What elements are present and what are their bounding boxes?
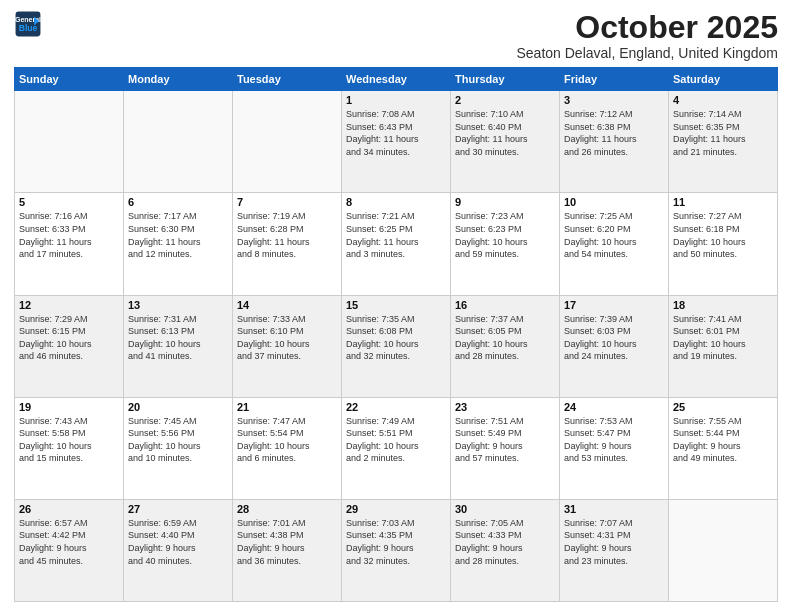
table-row: 9Sunrise: 7:23 AM Sunset: 6:23 PM Daylig… bbox=[451, 193, 560, 295]
day-number: 16 bbox=[455, 299, 555, 311]
day-number: 4 bbox=[673, 94, 773, 106]
day-info: Sunrise: 7:27 AM Sunset: 6:18 PM Dayligh… bbox=[673, 210, 773, 260]
day-info: Sunrise: 7:53 AM Sunset: 5:47 PM Dayligh… bbox=[564, 415, 664, 465]
day-number: 17 bbox=[564, 299, 664, 311]
day-info: Sunrise: 7:23 AM Sunset: 6:23 PM Dayligh… bbox=[455, 210, 555, 260]
day-number: 25 bbox=[673, 401, 773, 413]
day-info: Sunrise: 7:35 AM Sunset: 6:08 PM Dayligh… bbox=[346, 313, 446, 363]
table-row: 10Sunrise: 7:25 AM Sunset: 6:20 PM Dayli… bbox=[560, 193, 669, 295]
logo-icon: General Blue bbox=[14, 10, 42, 38]
day-number: 20 bbox=[128, 401, 228, 413]
calendar-week-row: 5Sunrise: 7:16 AM Sunset: 6:33 PM Daylig… bbox=[15, 193, 778, 295]
day-number: 13 bbox=[128, 299, 228, 311]
day-number: 2 bbox=[455, 94, 555, 106]
table-row: 23Sunrise: 7:51 AM Sunset: 5:49 PM Dayli… bbox=[451, 397, 560, 499]
calendar-week-row: 1Sunrise: 7:08 AM Sunset: 6:43 PM Daylig… bbox=[15, 91, 778, 193]
location: Seaton Delaval, England, United Kingdom bbox=[516, 45, 778, 61]
table-row: 3Sunrise: 7:12 AM Sunset: 6:38 PM Daylig… bbox=[560, 91, 669, 193]
day-number: 3 bbox=[564, 94, 664, 106]
header-sunday: Sunday bbox=[15, 68, 124, 91]
table-row: 12Sunrise: 7:29 AM Sunset: 6:15 PM Dayli… bbox=[15, 295, 124, 397]
day-number: 29 bbox=[346, 503, 446, 515]
weekday-header-row: Sunday Monday Tuesday Wednesday Thursday… bbox=[15, 68, 778, 91]
day-number: 28 bbox=[237, 503, 337, 515]
table-row: 24Sunrise: 7:53 AM Sunset: 5:47 PM Dayli… bbox=[560, 397, 669, 499]
day-info: Sunrise: 7:25 AM Sunset: 6:20 PM Dayligh… bbox=[564, 210, 664, 260]
day-number: 31 bbox=[564, 503, 664, 515]
table-row: 7Sunrise: 7:19 AM Sunset: 6:28 PM Daylig… bbox=[233, 193, 342, 295]
calendar-week-row: 19Sunrise: 7:43 AM Sunset: 5:58 PM Dayli… bbox=[15, 397, 778, 499]
table-row: 4Sunrise: 7:14 AM Sunset: 6:35 PM Daylig… bbox=[669, 91, 778, 193]
header-thursday: Thursday bbox=[451, 68, 560, 91]
month-title: October 2025 bbox=[516, 10, 778, 45]
calendar-table: Sunday Monday Tuesday Wednesday Thursday… bbox=[14, 67, 778, 602]
day-info: Sunrise: 7:10 AM Sunset: 6:40 PM Dayligh… bbox=[455, 108, 555, 158]
day-number: 7 bbox=[237, 196, 337, 208]
day-number: 15 bbox=[346, 299, 446, 311]
day-number: 1 bbox=[346, 94, 446, 106]
table-row: 18Sunrise: 7:41 AM Sunset: 6:01 PM Dayli… bbox=[669, 295, 778, 397]
title-block: October 2025 Seaton Delaval, England, Un… bbox=[516, 10, 778, 61]
table-row: 19Sunrise: 7:43 AM Sunset: 5:58 PM Dayli… bbox=[15, 397, 124, 499]
table-row: 16Sunrise: 7:37 AM Sunset: 6:05 PM Dayli… bbox=[451, 295, 560, 397]
day-info: Sunrise: 7:49 AM Sunset: 5:51 PM Dayligh… bbox=[346, 415, 446, 465]
day-info: Sunrise: 7:31 AM Sunset: 6:13 PM Dayligh… bbox=[128, 313, 228, 363]
table-row bbox=[669, 499, 778, 601]
table-row: 28Sunrise: 7:01 AM Sunset: 4:38 PM Dayli… bbox=[233, 499, 342, 601]
day-info: Sunrise: 7:16 AM Sunset: 6:33 PM Dayligh… bbox=[19, 210, 119, 260]
day-number: 24 bbox=[564, 401, 664, 413]
table-row: 29Sunrise: 7:03 AM Sunset: 4:35 PM Dayli… bbox=[342, 499, 451, 601]
day-number: 10 bbox=[564, 196, 664, 208]
day-number: 9 bbox=[455, 196, 555, 208]
day-number: 11 bbox=[673, 196, 773, 208]
day-info: Sunrise: 7:37 AM Sunset: 6:05 PM Dayligh… bbox=[455, 313, 555, 363]
table-row bbox=[15, 91, 124, 193]
header-wednesday: Wednesday bbox=[342, 68, 451, 91]
table-row: 22Sunrise: 7:49 AM Sunset: 5:51 PM Dayli… bbox=[342, 397, 451, 499]
day-number: 14 bbox=[237, 299, 337, 311]
day-number: 26 bbox=[19, 503, 119, 515]
calendar-week-row: 26Sunrise: 6:57 AM Sunset: 4:42 PM Dayli… bbox=[15, 499, 778, 601]
day-number: 27 bbox=[128, 503, 228, 515]
day-info: Sunrise: 7:05 AM Sunset: 4:33 PM Dayligh… bbox=[455, 517, 555, 567]
day-info: Sunrise: 7:51 AM Sunset: 5:49 PM Dayligh… bbox=[455, 415, 555, 465]
table-row: 20Sunrise: 7:45 AM Sunset: 5:56 PM Dayli… bbox=[124, 397, 233, 499]
table-row: 11Sunrise: 7:27 AM Sunset: 6:18 PM Dayli… bbox=[669, 193, 778, 295]
day-number: 21 bbox=[237, 401, 337, 413]
day-number: 22 bbox=[346, 401, 446, 413]
table-row: 6Sunrise: 7:17 AM Sunset: 6:30 PM Daylig… bbox=[124, 193, 233, 295]
day-info: Sunrise: 7:39 AM Sunset: 6:03 PM Dayligh… bbox=[564, 313, 664, 363]
table-row: 27Sunrise: 6:59 AM Sunset: 4:40 PM Dayli… bbox=[124, 499, 233, 601]
table-row: 1Sunrise: 7:08 AM Sunset: 6:43 PM Daylig… bbox=[342, 91, 451, 193]
day-number: 8 bbox=[346, 196, 446, 208]
header-saturday: Saturday bbox=[669, 68, 778, 91]
day-info: Sunrise: 7:01 AM Sunset: 4:38 PM Dayligh… bbox=[237, 517, 337, 567]
table-row: 21Sunrise: 7:47 AM Sunset: 5:54 PM Dayli… bbox=[233, 397, 342, 499]
table-row: 25Sunrise: 7:55 AM Sunset: 5:44 PM Dayli… bbox=[669, 397, 778, 499]
day-number: 5 bbox=[19, 196, 119, 208]
day-info: Sunrise: 7:19 AM Sunset: 6:28 PM Dayligh… bbox=[237, 210, 337, 260]
day-info: Sunrise: 7:03 AM Sunset: 4:35 PM Dayligh… bbox=[346, 517, 446, 567]
day-number: 6 bbox=[128, 196, 228, 208]
day-info: Sunrise: 7:21 AM Sunset: 6:25 PM Dayligh… bbox=[346, 210, 446, 260]
table-row bbox=[124, 91, 233, 193]
header-monday: Monday bbox=[124, 68, 233, 91]
table-row: 8Sunrise: 7:21 AM Sunset: 6:25 PM Daylig… bbox=[342, 193, 451, 295]
day-info: Sunrise: 7:17 AM Sunset: 6:30 PM Dayligh… bbox=[128, 210, 228, 260]
day-number: 12 bbox=[19, 299, 119, 311]
table-row: 2Sunrise: 7:10 AM Sunset: 6:40 PM Daylig… bbox=[451, 91, 560, 193]
day-info: Sunrise: 7:33 AM Sunset: 6:10 PM Dayligh… bbox=[237, 313, 337, 363]
table-row: 14Sunrise: 7:33 AM Sunset: 6:10 PM Dayli… bbox=[233, 295, 342, 397]
table-row: 26Sunrise: 6:57 AM Sunset: 4:42 PM Dayli… bbox=[15, 499, 124, 601]
day-number: 18 bbox=[673, 299, 773, 311]
table-row: 15Sunrise: 7:35 AM Sunset: 6:08 PM Dayli… bbox=[342, 295, 451, 397]
day-info: Sunrise: 7:07 AM Sunset: 4:31 PM Dayligh… bbox=[564, 517, 664, 567]
page: General Blue October 2025 Seaton Delaval… bbox=[0, 0, 792, 612]
header-friday: Friday bbox=[560, 68, 669, 91]
table-row: 5Sunrise: 7:16 AM Sunset: 6:33 PM Daylig… bbox=[15, 193, 124, 295]
day-info: Sunrise: 7:47 AM Sunset: 5:54 PM Dayligh… bbox=[237, 415, 337, 465]
day-number: 30 bbox=[455, 503, 555, 515]
table-row: 30Sunrise: 7:05 AM Sunset: 4:33 PM Dayli… bbox=[451, 499, 560, 601]
day-info: Sunrise: 7:14 AM Sunset: 6:35 PM Dayligh… bbox=[673, 108, 773, 158]
table-row: 17Sunrise: 7:39 AM Sunset: 6:03 PM Dayli… bbox=[560, 295, 669, 397]
